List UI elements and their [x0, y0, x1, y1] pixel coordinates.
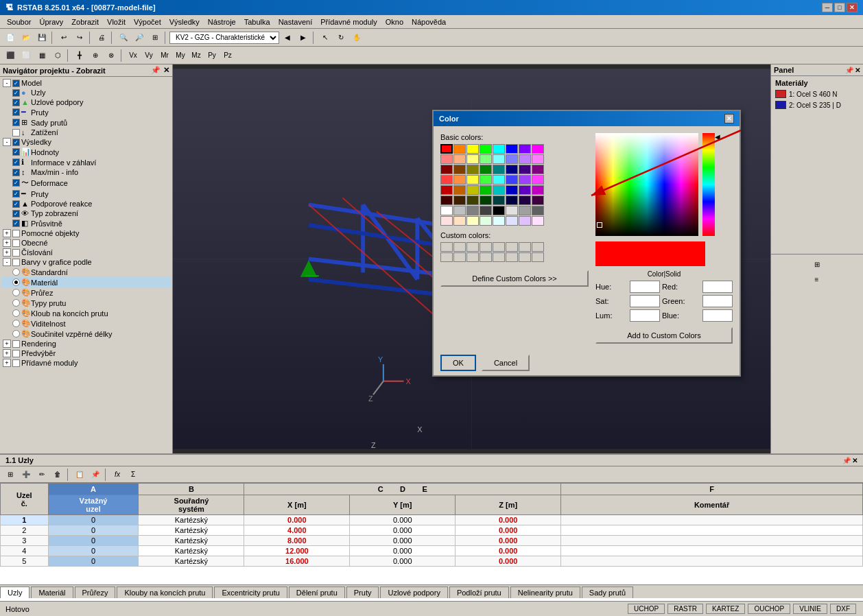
- btb-1[interactable]: ⊞: [3, 468, 18, 482]
- expand-cislovani[interactable]: +: [3, 248, 11, 257]
- expand-obecne[interactable]: +: [3, 239, 11, 247]
- t2-btn6[interactable]: ⊕: [88, 49, 103, 62]
- basic-color-51[interactable]: [480, 206, 492, 215]
- float-icon[interactable]: 📌: [842, 457, 851, 464]
- basic-color-19[interactable]: [480, 165, 492, 174]
- close-button[interactable]: ✕: [847, 3, 858, 12]
- t2-btn9[interactable]: Vy: [141, 49, 156, 62]
- custom-cell-7[interactable]: [519, 242, 531, 252]
- basic-color-35[interactable]: [480, 185, 492, 195]
- basic-color-30[interactable]: [519, 175, 531, 185]
- t2-btn12[interactable]: Mz: [189, 49, 204, 62]
- menu-soubor[interactable]: Soubor: [3, 16, 35, 27]
- chk-uzlove[interactable]: ✓: [12, 99, 20, 106]
- basic-color-28[interactable]: [493, 175, 505, 185]
- tree-model[interactable]: - ✓ Model: [1, 78, 171, 88]
- chk-hodnoty[interactable]: ✓: [12, 148, 20, 156]
- define-custom-button[interactable]: Define Custom Colors >>: [440, 270, 589, 287]
- tree-prurez[interactable]: 🎨 Průřez: [1, 287, 171, 298]
- basic-color-40[interactable]: [440, 196, 453, 205]
- custom-cell-1[interactable]: [440, 242, 453, 252]
- custom-cell-6[interactable]: [506, 242, 518, 252]
- basic-color-29[interactable]: [506, 175, 518, 185]
- radio-kloub[interactable]: [12, 309, 20, 317]
- status-ouchop[interactable]: OUCHOP: [748, 604, 790, 614]
- radio-typy[interactable]: [12, 299, 20, 307]
- ok-button[interactable]: OK: [440, 355, 476, 371]
- menu-tabulka[interactable]: Tabulka: [240, 16, 274, 27]
- expand-rendering[interactable]: +: [3, 340, 11, 348]
- basic-color-5[interactable]: [506, 144, 518, 154]
- basic-color-47[interactable]: [532, 196, 544, 205]
- chk-pomocne[interactable]: [12, 230, 20, 237]
- status-dxf[interactable]: DXF: [830, 604, 856, 614]
- basic-color-3[interactable]: [480, 144, 492, 154]
- basic-color-59[interactable]: [480, 216, 492, 226]
- close-right-icon[interactable]: ✕: [855, 67, 860, 74]
- tab-sady[interactable]: Sady prutů: [582, 587, 633, 598]
- basic-color-60[interactable]: [493, 216, 505, 226]
- basic-color-53[interactable]: [506, 206, 518, 215]
- pin-icon-right[interactable]: 📌: [845, 67, 853, 74]
- basic-color-48[interactable]: [440, 206, 453, 215]
- basic-color-54[interactable]: [519, 206, 531, 215]
- status-rastr[interactable]: RASTR: [667, 604, 703, 614]
- basic-color-16[interactable]: [440, 165, 453, 174]
- basic-color-39[interactable]: [532, 185, 544, 195]
- tab-excentricity[interactable]: Excentricity prutu: [214, 587, 287, 598]
- zoom-out-btn[interactable]: 🔎: [132, 31, 147, 45]
- tree-pridavne[interactable]: + Přídavné moduly: [1, 358, 171, 368]
- maximize-button[interactable]: □: [834, 3, 845, 12]
- status-uchop[interactable]: UCHOP: [628, 604, 665, 614]
- tree-obecne[interactable]: + Obecné: [1, 238, 171, 248]
- chk-barvy[interactable]: [12, 259, 20, 266]
- tree-podpory-reakce[interactable]: ✓ ▲ Podporové reakce: [1, 199, 171, 209]
- radio-material[interactable]: [12, 279, 20, 286]
- cancel-button[interactable]: Cancel: [482, 355, 530, 371]
- chk-cislovani[interactable]: [12, 249, 20, 257]
- basic-color-20[interactable]: [493, 165, 505, 174]
- menu-zobrazit[interactable]: Zobrazit: [67, 16, 103, 27]
- prev-btn[interactable]: ◀: [280, 31, 295, 45]
- custom-cell-13[interactable]: [493, 252, 505, 262]
- basic-color-27[interactable]: [480, 175, 492, 185]
- basic-color-33[interactable]: [453, 185, 466, 195]
- basic-color-8[interactable]: [440, 154, 453, 164]
- btb-2[interactable]: ➕: [19, 468, 34, 482]
- chk-podpory-reakce[interactable]: ✓: [12, 200, 20, 208]
- chk-typ[interactable]: ✓: [12, 210, 20, 217]
- tree-prusvitne[interactable]: ✓ ◧ Průsvitně: [1, 218, 171, 228]
- basic-color-9[interactable]: [453, 154, 466, 164]
- basic-color-23[interactable]: [532, 165, 544, 174]
- color-spectrum[interactable]: [595, 133, 698, 236]
- menu-upravy[interactable]: Úpravy: [35, 16, 67, 27]
- chk-informace[interactable]: ✓: [12, 158, 20, 166]
- basic-color-61[interactable]: [506, 216, 518, 226]
- blue-input[interactable]: 0: [702, 309, 733, 322]
- tab-pruty[interactable]: Pruty: [346, 587, 379, 598]
- right-icon-2[interactable]: ≡: [809, 272, 825, 286]
- expand-predvyber[interactable]: +: [3, 349, 11, 357]
- tree-pomocne[interactable]: + Pomocné objekty: [1, 228, 171, 238]
- tree-material[interactable]: 🎨 Materiál: [1, 277, 171, 287]
- undo-btn[interactable]: ↩: [56, 31, 71, 45]
- tab-klouby[interactable]: Klouby na koncích prutu: [117, 587, 213, 598]
- tab-prurezy[interactable]: Průřezy: [75, 587, 116, 598]
- t2-btn10[interactable]: Mr: [157, 49, 172, 62]
- btb-5[interactable]: 📋: [72, 468, 87, 482]
- t2-btn1[interactable]: ⬛: [3, 49, 18, 62]
- menu-okno[interactable]: Okno: [381, 16, 407, 27]
- custom-cell-4[interactable]: [480, 242, 492, 252]
- basic-color-56[interactable]: [440, 216, 453, 226]
- material-item-2[interactable]: 2: Ocel S 235 | D: [772, 99, 862, 110]
- tree-cislovani[interactable]: + Číslování: [1, 248, 171, 257]
- t2-btn13[interactable]: Py: [204, 49, 220, 62]
- tab-material[interactable]: Materiál: [31, 587, 73, 598]
- btb-4[interactable]: 🗑: [50, 468, 65, 482]
- tree-predvyber[interactable]: + Předvýběr: [1, 348, 171, 358]
- basic-color-63[interactable]: [532, 216, 544, 226]
- pin-icon[interactable]: 📌: [151, 66, 161, 75]
- expand-vysledky[interactable]: -: [3, 138, 11, 146]
- chk-obecne[interactable]: [12, 239, 20, 247]
- basic-color-4[interactable]: [493, 144, 505, 154]
